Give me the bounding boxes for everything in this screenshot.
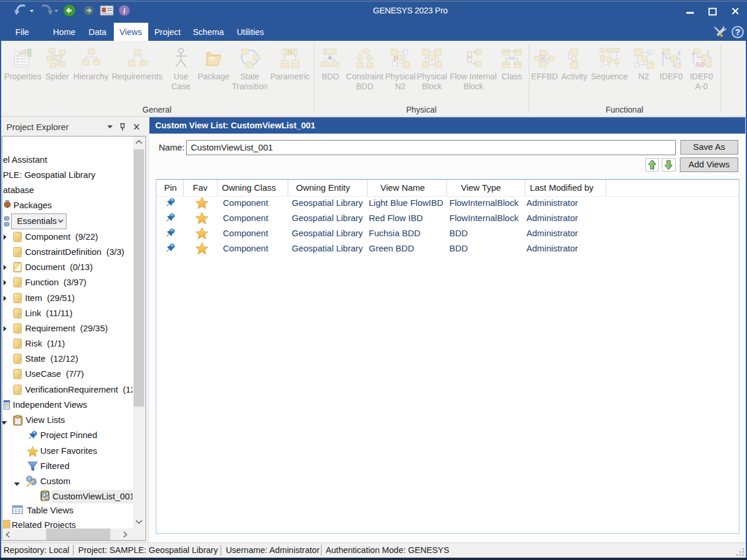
svg-text:?: ? bbox=[735, 27, 741, 37]
svg-text:i: i bbox=[123, 6, 125, 15]
svg-text:A0: A0 bbox=[695, 61, 704, 69]
svg-text:fx: fx bbox=[288, 49, 293, 55]
svg-text:P: P bbox=[393, 54, 399, 63]
